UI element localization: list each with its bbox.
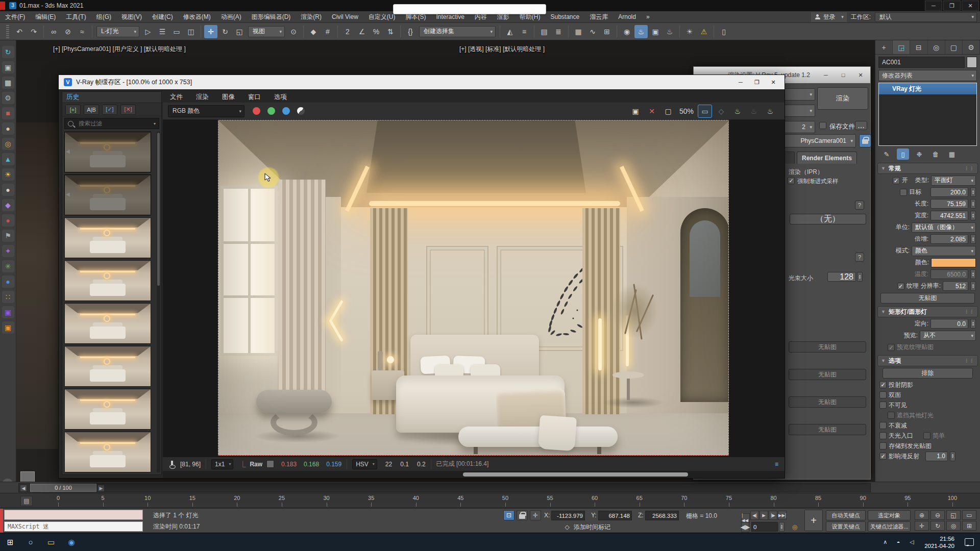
plugin-gear-icon[interactable]: ⚙ (2, 92, 14, 104)
time-slider-handle[interactable]: 0 / 100 (30, 484, 96, 492)
vfb-menu-item[interactable]: 图像 (222, 93, 235, 102)
dialog-minimize-button[interactable]: ─ (819, 70, 832, 80)
width-field[interactable]: 4742.551 (930, 211, 968, 220)
spinner[interactable]: ▲▼ (857, 272, 863, 282)
selection-filter-dropdown[interactable]: L-灯光 (96, 26, 139, 37)
zoom-extents-icon[interactable]: ◱ (946, 510, 961, 520)
menu-item[interactable]: 工具(T) (61, 11, 91, 23)
texture-checkbox[interactable]: ✓ (897, 283, 904, 290)
history-compare-icon[interactable]: A|B (84, 105, 99, 115)
x-coordinate-field[interactable]: -1123.979 (551, 511, 585, 520)
maxscript-listener-top[interactable] (4, 510, 143, 520)
plugin-leaf-icon[interactable]: ✳ (2, 260, 14, 272)
taskbar-explorer-icon[interactable]: ▭ (41, 533, 61, 551)
rollout-options[interactable]: ▼选项⋮⋮ (877, 355, 978, 366)
lock-view-icon[interactable] (859, 134, 871, 147)
isolate-icon[interactable]: ▯ (717, 25, 730, 38)
history-set-a-icon[interactable]: [✓] (102, 105, 117, 115)
history-scrollbar[interactable] (157, 132, 160, 472)
plugin-sync-icon[interactable]: ↻ (2, 46, 14, 58)
select-move-icon[interactable]: ✛ (204, 25, 217, 38)
plugin-sun-icon[interactable]: ☀ (2, 168, 14, 181)
angle-snap-icon[interactable]: ∠ (355, 25, 369, 38)
named-selection-set-dropdown[interactable]: 创建选择集 (419, 26, 496, 37)
go-start-button[interactable]: |◀◀ (741, 513, 750, 522)
add-time-tag[interactable]: 添加时间标记 (574, 523, 610, 532)
lock-selection-icon[interactable] (517, 510, 528, 520)
mode-dropdown[interactable]: 颜色 (912, 246, 976, 256)
z-coordinate-field[interactable]: 2568.333 (645, 511, 679, 520)
transform-gizmo-icon[interactable]: ✛ (530, 510, 541, 520)
use-pivot-center-icon[interactable]: ⊙ (287, 25, 300, 38)
start-button[interactable]: ⊞ (0, 533, 20, 551)
chevron-down-icon[interactable]: ▾ (154, 121, 156, 126)
vfb-scrollbar[interactable] (163, 471, 785, 478)
y-coordinate-field[interactable]: 687.148 (598, 511, 632, 520)
plugin-photo-icon[interactable]: ▣ (2, 61, 14, 73)
workspace-dropdown[interactable]: 默认 (875, 12, 977, 22)
object-name-field[interactable]: AC001 (878, 57, 965, 68)
create-tab[interactable]: + (875, 40, 893, 54)
rendered-image[interactable] (218, 120, 729, 456)
key-mode-toggle-icon[interactable]: ◀▶ (741, 522, 749, 532)
pan-icon[interactable]: ✛ (915, 521, 929, 531)
plugin-cone-icon[interactable]: ▲ (2, 153, 14, 165)
directionality-field[interactable]: 0.0 (930, 319, 968, 329)
rollout-rect-light[interactable]: ▼矩形灯/圆形灯⋮⋮ (877, 306, 978, 317)
isolate-selection-icon[interactable]: ⊡ (503, 510, 514, 520)
spinner-snap-icon[interactable]: ⇅ (384, 25, 397, 38)
history-thumbnail[interactable] (64, 174, 151, 215)
login-dropdown[interactable]: 登录 (811, 12, 847, 22)
target-distance-field[interactable]: 200.0 (930, 187, 968, 197)
save-image-icon[interactable]: ▣ (628, 105, 643, 118)
vfb-menu-item[interactable]: 窗口 (248, 93, 261, 102)
select-manipulate-icon[interactable]: ◆ (307, 25, 320, 38)
red-channel-icon[interactable] (253, 107, 260, 115)
light-color-swatch[interactable] (931, 258, 976, 267)
help-question-button[interactable]: ? (855, 253, 864, 262)
interactive-render-icon[interactable]: ♨ (763, 105, 777, 118)
sample-size-dropdown[interactable]: 1x1 (211, 459, 233, 469)
no-map-button[interactable]: 无贴图 (789, 396, 866, 408)
menu-item[interactable]: 溜云库 (584, 11, 613, 23)
region-select-icon[interactable]: ▢ (661, 105, 675, 118)
select-by-name-icon[interactable]: ☰ (156, 25, 169, 38)
go-end-button[interactable]: ▶▶| (778, 511, 787, 520)
next-frame-button[interactable]: |▶ (769, 511, 777, 520)
render-elements-tab[interactable]: Render Elements (797, 152, 857, 164)
bind-spacewarp-icon[interactable]: ≈ (76, 25, 89, 38)
utilities-tab[interactable]: ⚙ (963, 40, 980, 54)
show-end-result-icon[interactable]: ▯ (897, 148, 909, 160)
object-select-render-icon[interactable]: ◇ (714, 105, 728, 118)
unlink-selection-icon[interactable]: ⊘ (61, 25, 75, 38)
curve-editor-icon[interactable]: ∿ (586, 25, 599, 38)
spinner[interactable]: ▲▼ (970, 319, 976, 329)
menu-item[interactable]: 文件(F) (0, 11, 30, 23)
select-and-link-icon[interactable]: ∞ (47, 25, 60, 38)
render-production-icon[interactable]: ♨ (663, 25, 676, 38)
region-render-icon[interactable]: ▭ (698, 105, 712, 118)
affect-diffuse-field[interactable]: 1.0 (925, 452, 948, 461)
stack-item-vray-light[interactable]: VRay 灯光 (879, 83, 976, 94)
named-selection-icon[interactable]: {} (404, 25, 417, 38)
make-unique-icon[interactable]: ❉ (913, 148, 925, 160)
channel-dropdown[interactable]: RGB 颜色 (168, 105, 244, 117)
vfb-minimize-button[interactable]: ─ (732, 76, 749, 88)
plugin-dark-box-icon[interactable]: ▣ (2, 321, 14, 334)
texture-map-button[interactable]: 无贴图 (880, 293, 975, 304)
render-disabled-icon[interactable]: ♨ (747, 105, 761, 118)
viewport-label-right[interactable]: [+] [透视] [标准] [默认明暗处理 ] (459, 45, 545, 54)
menu-item[interactable]: Civil View (327, 11, 363, 23)
occlude-other-lights-checkbox[interactable] (888, 412, 895, 419)
plugin-box-icon[interactable]: ■ (2, 107, 14, 119)
render-setup-icon[interactable]: ♨ (634, 25, 648, 38)
menu-item[interactable]: Arnold (613, 11, 641, 23)
close-button[interactable]: ✕ (962, 1, 979, 11)
schematic-view-icon[interactable]: ⊞ (600, 25, 614, 38)
history-save-icon[interactable]: [+] (65, 105, 81, 115)
play-button[interactable]: ▶ (760, 511, 768, 520)
motion-tab[interactable]: ◎ (928, 40, 945, 54)
vfb-close-button[interactable]: ✕ (765, 76, 781, 88)
pin-stack-icon[interactable]: ✎ (880, 148, 893, 160)
undo-icon[interactable]: ↶ (13, 25, 26, 38)
